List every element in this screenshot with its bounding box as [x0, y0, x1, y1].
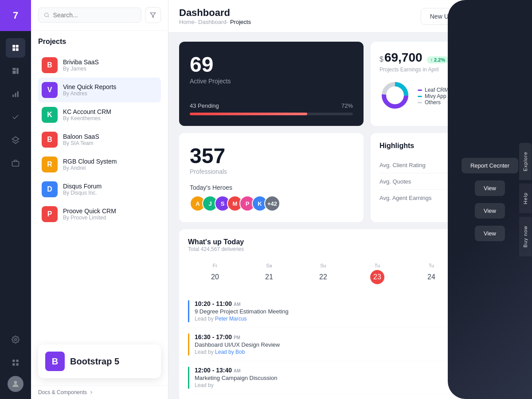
avatar-more: +42: [264, 196, 280, 211]
svg-rect-6: [16, 68, 19, 74]
svg-point-18: [45, 13, 48, 16]
svg-rect-7: [12, 95, 14, 97]
pending-pct: 72%: [341, 102, 353, 109]
legend-dot-leaf: [418, 90, 422, 91]
project-icon: D: [42, 181, 58, 197]
project-icon: V: [42, 82, 58, 98]
svg-rect-1: [16, 45, 19, 47]
report-center-button[interactable]: Report Cecnter: [462, 158, 518, 173]
day-label: Fr: [190, 263, 240, 268]
buy-now-tab[interactable]: Buy now: [519, 217, 532, 256]
progress-bar-fill: [190, 113, 307, 115]
svg-rect-8: [15, 93, 16, 97]
page-title: Dashboard: [179, 7, 251, 19]
project-item[interactable]: V Vine Quick Reports By Andres: [38, 78, 161, 102]
project-info: Proove Quick CRM By Proove Limited: [63, 207, 157, 221]
sidebar-bottom: [6, 330, 25, 399]
active-projects-label: Active Projects: [190, 78, 353, 85]
day-item[interactable]: Sa 21: [242, 259, 296, 288]
project-by: By Proove Limited: [63, 215, 157, 221]
project-by: By Andrei: [63, 165, 157, 171]
project-item[interactable]: B Briviba SaaS By James: [38, 53, 161, 78]
project-icon: B: [42, 132, 58, 148]
pending-row: 43 Pending 72%: [190, 102, 353, 109]
event-lead: Lead by Lead by Bob: [195, 349, 481, 355]
day-label: Sa: [244, 263, 294, 268]
event-time: 16:30 - 17:00 PM: [195, 333, 481, 340]
svg-point-17: [14, 381, 17, 384]
view-button-3[interactable]: View: [475, 226, 505, 241]
day-item[interactable]: Tu 23: [350, 259, 404, 288]
project-item[interactable]: K KC Account CRM By Keenthemes: [38, 102, 161, 127]
day-item[interactable]: Fr 20: [188, 259, 242, 288]
project-info: KC Account CRM By Keenthemes: [63, 108, 157, 121]
sidebar-avatar: 7: [0, 0, 31, 31]
project-by: By SIA Team: [63, 140, 157, 146]
svg-rect-13: [12, 360, 15, 362]
sidebar-icon-grid2[interactable]: [6, 353, 25, 372]
projects-section: Projects B Briviba SaaS By James V Vine …: [31, 31, 168, 234]
event-lead: Lead by: [195, 382, 481, 388]
event-title: Marketing Campaign Discussion: [195, 375, 481, 381]
projects-title: Projects: [38, 38, 161, 46]
event-bar: [188, 300, 189, 322]
day-label: Su: [298, 263, 348, 268]
view-button-2[interactable]: View: [475, 203, 505, 219]
event-lead-link[interactable]: Peter Marcus: [215, 316, 246, 322]
svg-rect-3: [16, 48, 19, 51]
svg-rect-2: [12, 48, 15, 51]
right-tabs: Explore Help Buy now: [519, 0, 532, 399]
left-panel: Projects B Briviba SaaS By James V Vine …: [31, 0, 168, 399]
heroes-section: Today's Heroes A J S M P K +42: [190, 184, 353, 211]
sidebar-icon-layers[interactable]: [6, 130, 25, 150]
sidebar-icons: [6, 31, 25, 330]
project-info: Briviba SaaS By James: [63, 59, 157, 72]
help-tab[interactable]: Help: [519, 184, 532, 213]
project-icon: B: [42, 57, 58, 73]
progress-bar-bg: [190, 113, 353, 115]
avatar-group: A J S M P K +42: [190, 196, 353, 211]
day-label: Tu: [352, 263, 403, 268]
project-icon: R: [42, 156, 58, 172]
search-input-wrapper[interactable]: [38, 8, 141, 23]
sidebar-icon-grid[interactable]: [6, 38, 25, 58]
project-name: Briviba SaaS: [63, 59, 157, 66]
day-num: 24: [424, 270, 438, 284]
project-name: KC Account CRM: [63, 108, 157, 115]
sidebar: 7: [0, 0, 31, 399]
professionals-count: 357: [190, 144, 353, 168]
project-item[interactable]: D Disqus Forum By Disqus Inc.: [38, 177, 161, 202]
sidebar-icon-chart[interactable]: [6, 84, 25, 104]
event-lead-link[interactable]: Lead by Bob: [215, 349, 245, 355]
explore-tab[interactable]: Explore: [519, 143, 532, 180]
main-wrapper: Dashboard Home- Dashboard- Projects New …: [168, 0, 532, 399]
event-lead: Lead by Peter Marcus: [195, 316, 481, 322]
day-num: 22: [316, 270, 330, 284]
sidebar-icon-check[interactable]: [6, 107, 25, 127]
project-item[interactable]: P Proove Quick CRM By Proove Limited: [38, 202, 161, 227]
project-info: Disqus Forum By Disqus Inc.: [63, 183, 157, 196]
event-bar: [188, 333, 189, 356]
project-name: Baloon SaaS: [63, 133, 157, 140]
sidebar-icon-settings[interactable]: [6, 330, 25, 349]
day-num: 20: [208, 270, 222, 284]
project-info: Vine Quick Reports By Andres: [63, 83, 157, 97]
svg-rect-15: [12, 364, 15, 366]
svg-rect-9: [17, 91, 19, 97]
sidebar-icon-dashboard[interactable]: [6, 61, 25, 81]
day-item[interactable]: Su 22: [296, 259, 350, 288]
project-item[interactable]: R RGB Cloud System By Andrei: [38, 152, 161, 177]
search-input[interactable]: [53, 12, 136, 19]
bootstrap-title: Bootstrap 5: [70, 356, 119, 367]
docs-link[interactable]: Docs & Components: [31, 385, 168, 399]
sidebar-icon-briefcase[interactable]: [6, 153, 25, 173]
event-info: 16:30 - 17:00 PM Dashboard UI/UX Design …: [195, 333, 481, 355]
view-button-1[interactable]: View: [475, 180, 505, 196]
project-item[interactable]: B Baloon SaaS By SIA Team: [38, 127, 161, 152]
event-title: Dashboard UI/UX Design Review: [195, 341, 481, 348]
user-avatar[interactable]: [8, 376, 23, 392]
pending-label: 43 Pending: [190, 102, 219, 109]
project-info: Baloon SaaS By SIA Team: [63, 133, 157, 146]
search-icon: [44, 12, 50, 18]
filter-button[interactable]: [145, 7, 161, 23]
